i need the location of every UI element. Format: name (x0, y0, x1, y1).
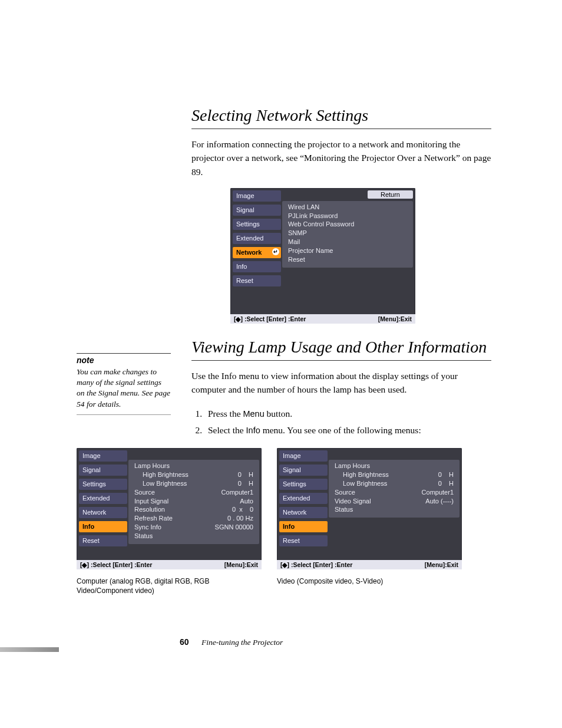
footer-left: [◆] :Select [Enter] :Enter (234, 315, 306, 322)
info-value: 0 x 0 (232, 505, 253, 514)
info-label: High Brightness (134, 470, 189, 479)
info-label: Resolution (134, 505, 165, 514)
menu-item-extended[interactable]: Extended (279, 493, 328, 504)
section1-rule (191, 129, 491, 129)
osd-footer: [◆] :Select [Enter] :Enter [Menu]:Exit (230, 314, 415, 324)
osd-footer: [◆] :Select [Enter] :Enter [Menu]:Exit (277, 560, 462, 569)
info-row: Lamp Hours (134, 462, 253, 470)
osd-info-rows: Lamp HoursHigh Brightness0 HLow Brightne… (329, 460, 459, 518)
info-row: Low Brightness0 H (134, 479, 253, 488)
info-value: 0 . 00 Hz (227, 514, 253, 523)
footer-right: [Menu]:Exit (425, 561, 458, 568)
osd-network-menu: ImageSignalSettingsExtendedNetwork↵InfoR… (230, 188, 491, 324)
info-row: SourceComputer1 (134, 488, 253, 497)
info-value: 0 H (238, 479, 253, 488)
menu-item-image[interactable]: Image (279, 450, 328, 462)
section2-rule (191, 360, 491, 361)
submenu-item[interactable]: Web Control Password (288, 220, 407, 229)
info-row: Resolution0 x 0 (134, 505, 253, 514)
menu-item-signal[interactable]: Signal (79, 465, 127, 476)
osd-info-computer: ImageSignalSettingsExtendedNetworkInfoRe… (77, 448, 262, 569)
section2-para: Use the Info menu to view information ab… (191, 369, 491, 397)
menu-item-settings[interactable]: Settings (233, 219, 281, 230)
menu-item-extended[interactable]: Extended (233, 233, 281, 244)
info-label: Status (134, 532, 153, 541)
info-row: Low Brightness0 H (335, 479, 454, 488)
info-row: Status (335, 505, 454, 514)
margin-note: note You can make changes to many of the… (77, 353, 171, 415)
osd-info-video: ImageSignalSettingsExtendedNetworkInfoRe… (277, 448, 462, 569)
info-row: Sync InfoSGNN 00000 (134, 523, 253, 532)
menu-item-image[interactable]: Image (79, 450, 127, 462)
info-row: Lamp Hours (335, 462, 454, 470)
info-value: Auto (----) (425, 497, 454, 506)
menu-item-extended[interactable]: Extended (79, 493, 127, 504)
step-list: Press the Menu button. Select the Info m… (191, 406, 491, 439)
step-1: Press the Menu button. (204, 406, 491, 422)
menu-item-signal[interactable]: Signal (279, 465, 328, 476)
info-label: Low Brightness (335, 479, 387, 488)
running-footer: 60 Fine-tuning the Projector (180, 637, 491, 647)
submenu-item[interactable]: Reset (288, 255, 407, 264)
info-row: Status (134, 532, 253, 541)
menu-item-settings[interactable]: Settings (79, 479, 127, 490)
osd-panel: ImageSignalSettingsExtendedNetwork↵InfoR… (230, 188, 415, 324)
submenu-item[interactable]: Wired LAN (288, 203, 407, 212)
info-label: Video Signal (335, 497, 371, 506)
menu-item-signal[interactable]: Signal (233, 205, 281, 216)
info-value: 0 H (438, 470, 454, 479)
submenu-item[interactable]: Mail (288, 238, 407, 246)
info-row: Refresh Rate0 . 00 Hz (134, 514, 253, 523)
page-number: 60 (180, 637, 189, 647)
menu-item-info[interactable]: Info (79, 521, 127, 532)
note-text: You can make changes to many of the sign… (77, 367, 171, 415)
menu-item-network[interactable]: Network↵ (233, 247, 281, 258)
menu-item-network[interactable]: Network (279, 507, 328, 518)
footer-left: [◆] :Select [Enter] :Enter (80, 561, 152, 568)
menu-item-reset[interactable]: Reset (79, 535, 127, 546)
section2-heading: Viewing Lamp Usage and Other Information (191, 338, 491, 357)
info-value: SGNN 00000 (215, 523, 253, 532)
info-label: Lamp Hours (335, 462, 370, 470)
footer-right: [Menu]:Exit (378, 315, 412, 322)
caption-computer: Computer (analog RGB, digital RGB, RGB V… (77, 577, 262, 595)
return-button[interactable]: Return (368, 190, 413, 199)
menu-item-image[interactable]: Image (233, 190, 281, 202)
info-row: High Brightness0 H (335, 470, 454, 479)
step-2: Select the Info menu. You see one of the… (204, 422, 491, 439)
info-label: Refresh Rate (134, 514, 173, 523)
osd-footer: [◆] :Select [Enter] :Enter [Menu]:Exit (77, 560, 262, 569)
section1-heading: Selecting Network Settings (191, 106, 491, 125)
submenu-item[interactable]: SNMP (288, 229, 407, 238)
section1-para: For information connecting the projector… (191, 137, 491, 179)
menu-item-info[interactable]: Info (279, 521, 328, 532)
note-label: note (77, 353, 171, 365)
enter-icon: ↵ (272, 248, 279, 255)
info-value: Computer1 (422, 488, 454, 497)
info-row: High Brightness0 H (134, 470, 253, 479)
info-row: Video SignalAuto (----) (335, 497, 454, 506)
osd-sidebar: ImageSignalSettingsExtendedNetworkInfoRe… (77, 448, 127, 560)
page-accent (0, 647, 59, 652)
osd-sidebar: ImageSignalSettingsExtendedNetwork↵InfoR… (230, 188, 281, 314)
osd-info-rows: Lamp HoursHigh Brightness0 HLow Brightne… (128, 460, 259, 544)
info-label: Source (134, 488, 155, 497)
menu-item-reset[interactable]: Reset (279, 535, 328, 546)
menu-item-settings[interactable]: Settings (279, 479, 328, 490)
submenu-item[interactable]: Projector Name (288, 246, 407, 255)
osd-sidebar: ImageSignalSettingsExtendedNetworkInfoRe… (277, 448, 328, 560)
info-value: 0 H (438, 479, 454, 488)
info-value: 0 H (238, 470, 253, 479)
info-value: Auto (240, 497, 253, 506)
menu-item-reset[interactable]: Reset (233, 275, 281, 286)
osd-content-list: Wired LANPJLink PasswordWeb Control Pass… (282, 201, 413, 268)
info-label: Lamp Hours (134, 462, 170, 470)
info-label: Low Brightness (134, 479, 187, 488)
menu-item-network[interactable]: Network (79, 507, 127, 518)
menu-item-info[interactable]: Info (233, 261, 281, 272)
info-row: Input SignalAuto (134, 497, 253, 506)
submenu-item[interactable]: PJLink Password (288, 212, 407, 220)
info-label: High Brightness (335, 470, 389, 479)
info-label: Input Signal (134, 497, 168, 506)
footer-left: [◆] :Select [Enter] :Enter (280, 561, 352, 568)
